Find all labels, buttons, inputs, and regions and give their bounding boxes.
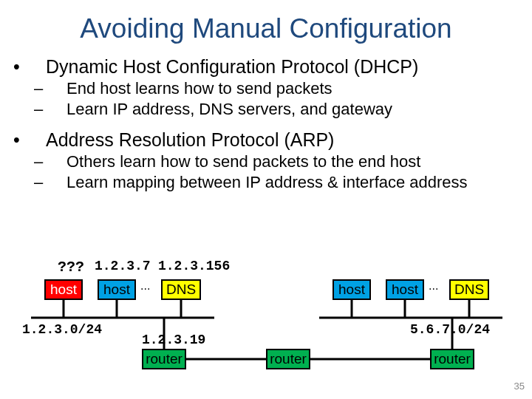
bullet-arp: •Address Resolution Protocol (ARP) bbox=[30, 129, 510, 151]
page-number: 35 bbox=[514, 381, 525, 392]
label-unknown: ??? bbox=[58, 259, 84, 276]
label-ip: 1.2.3.7 bbox=[95, 259, 151, 273]
subbullet: –Learn mapping between IP address & inte… bbox=[50, 173, 510, 192]
slide-body: •Dynamic Host Configuration Protocol (DH… bbox=[0, 44, 532, 192]
subnet-label: 5.6.7.0/24 bbox=[410, 322, 490, 337]
host-node: host bbox=[386, 279, 424, 300]
router-node: router bbox=[266, 349, 310, 369]
subbullet-text: Learn IP address, DNS servers, and gatew… bbox=[66, 100, 392, 118]
host-node: host bbox=[44, 279, 83, 300]
subbullet-text: Others learn how to send packets to the … bbox=[66, 152, 420, 171]
subbullet-text: End host learns how to send packets bbox=[66, 79, 332, 98]
host-node: host bbox=[98, 279, 136, 300]
label-ip: 1.2.3.156 bbox=[158, 259, 230, 273]
ellipsis: ... bbox=[140, 279, 150, 293]
slide: Avoiding Manual Configuration •Dynamic H… bbox=[0, 0, 532, 399]
subbullet: –End host learns how to send packets bbox=[50, 79, 510, 98]
subbullet-text: Learn mapping between IP address & inter… bbox=[66, 173, 468, 191]
router-node: router bbox=[142, 349, 186, 369]
bullet-dhcp: •Dynamic Host Configuration Protocol (DH… bbox=[30, 56, 510, 78]
bullet-text: Address Resolution Protocol (ARP) bbox=[46, 129, 334, 150]
dns-node: DNS bbox=[449, 279, 489, 300]
subnet-label: 1.2.3.0/24 bbox=[22, 322, 102, 337]
subbullet: –Learn IP address, DNS servers, and gate… bbox=[50, 100, 510, 119]
gateway-label: 1.2.3.19 bbox=[142, 332, 205, 347]
router-node: router bbox=[430, 349, 474, 369]
host-node: host bbox=[332, 279, 371, 300]
slide-title: Avoiding Manual Configuration bbox=[0, 0, 532, 44]
subbullet: –Others learn how to send packets to the… bbox=[50, 152, 510, 171]
dns-node: DNS bbox=[161, 279, 201, 300]
network-diagram: ??? 1.2.3.7 1.2.3.156 host host ... DNS … bbox=[0, 257, 532, 383]
ellipsis: ... bbox=[429, 279, 438, 293]
bullet-text: Dynamic Host Configuration Protocol (DHC… bbox=[46, 56, 418, 77]
